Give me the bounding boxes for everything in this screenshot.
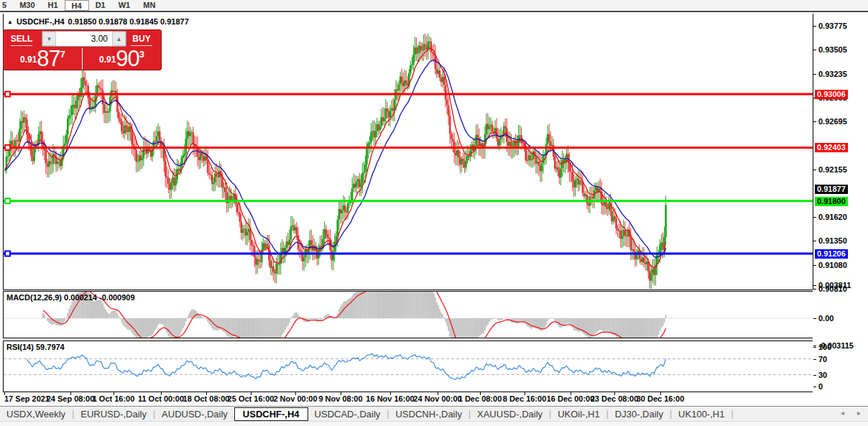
timeframe-toolbar: 5M30H1H4D1W1MN bbox=[0, 0, 868, 12]
tab-usdchf-h4[interactable]: USDCHF-,H4 bbox=[234, 407, 308, 421]
hline-handle[interactable] bbox=[5, 198, 10, 203]
sell-price-quote[interactable]: 0.91 87 7 bbox=[4, 48, 83, 70]
date-label: 30 Dec 16:00 bbox=[637, 394, 685, 403]
macd-label: MACD(12,26,9) 0.000214 -0.000909 bbox=[6, 293, 135, 302]
sell-price-big: 87 bbox=[37, 49, 60, 68]
price-tick bbox=[813, 241, 816, 241]
date-label: 17 Sep 2021 bbox=[4, 394, 50, 403]
tab-usdx-weekly[interactable]: USDX,Weekly bbox=[0, 408, 72, 420]
tab-xauusd-daily[interactable]: XAUUSD-,Daily bbox=[471, 408, 549, 420]
hline-handle[interactable] bbox=[5, 251, 10, 256]
price-tick-label: 0.91350 bbox=[818, 236, 847, 245]
tab-ukoil-h1[interactable]: UKOil-,H1 bbox=[551, 408, 606, 420]
timeframe-button-5[interactable]: 5 bbox=[0, 0, 13, 11]
hline-0.93006[interactable] bbox=[4, 92, 813, 97]
macd-tick bbox=[813, 318, 816, 319]
tab-usdcnh-daily[interactable]: USDCNH-,Daily bbox=[389, 408, 468, 420]
timeframe-button-d1[interactable]: D1 bbox=[89, 0, 112, 11]
rsi-panel[interactable]: RSI(14) 59.7974 bbox=[3, 341, 813, 392]
volume-spinner: ▼ ▲ bbox=[42, 31, 126, 47]
chart-tab-bar: USDX,Weekly|EURUSD-,Daily|AUDUSD-,DailyU… bbox=[0, 406, 868, 421]
buy-price-prefix: 0.91 bbox=[99, 55, 116, 65]
collapse-chart-icon[interactable]: ▲ bbox=[7, 19, 13, 25]
price-tick bbox=[813, 217, 816, 218]
price-tick bbox=[813, 74, 816, 75]
sell-button-label: SELL bbox=[11, 34, 33, 44]
timeframe-button-h1[interactable]: H1 bbox=[42, 0, 65, 11]
macd-tick bbox=[813, 346, 816, 346]
tab-separator: | bbox=[731, 409, 733, 419]
hline-handle[interactable] bbox=[5, 145, 10, 150]
tab-usdcad-daily[interactable]: USDCAD-,Daily bbox=[308, 408, 387, 420]
macd-name: MACD(12,26,9) bbox=[6, 293, 62, 302]
volume-increase-button[interactable]: ▲ bbox=[112, 32, 126, 46]
buy-price-sup: 3 bbox=[139, 49, 144, 60]
rsi-line[interactable] bbox=[27, 354, 665, 380]
tab-scroll-controls: ◂ ▸ bbox=[841, 409, 861, 417]
macd-signal-value: -0.000909 bbox=[99, 293, 135, 302]
one-click-trade-widget: SELL ▼ ▲ BUY 0.91 87 7 0.91 90 3 bbox=[3, 29, 162, 70]
date-label: 16 Nov 16:00 bbox=[366, 394, 414, 403]
price-tick-label: 0.91620 bbox=[818, 213, 847, 221]
rsi-tick-label: 70 bbox=[818, 355, 827, 364]
macd-panel[interactable]: MACD(12,26,9) 0.000214 -0.000909 bbox=[3, 291, 813, 338]
price-tick bbox=[813, 26, 816, 27]
sell-price-prefix: 0.91 bbox=[20, 55, 37, 65]
price-tick bbox=[813, 170, 816, 170]
tab-scroll-right-icon[interactable]: ▸ bbox=[857, 409, 861, 417]
date-label: 11 Oct 00:00 bbox=[138, 394, 184, 403]
rsi-tick bbox=[813, 359, 816, 360]
price-tick bbox=[813, 289, 816, 290]
hline-price-label: 0.91206 bbox=[815, 249, 848, 259]
price-tick-label: 0.92695 bbox=[818, 117, 847, 126]
date-label: 9 Nov 08:00 bbox=[318, 394, 362, 403]
date-label: 1 Dec 08:00 bbox=[458, 394, 502, 403]
buy-button[interactable]: BUY bbox=[126, 34, 157, 44]
timeframe-button-mn[interactable]: MN bbox=[137, 0, 162, 11]
rsi-label: RSI(14) 59.7974 bbox=[6, 343, 65, 351]
price-tick bbox=[813, 50, 816, 50]
mt4-window: 5M30H1H4D1W1MN ▲ USDCHF-,H4 0.91850 0.91… bbox=[0, 0, 868, 426]
ma-slow-line[interactable] bbox=[5, 60, 666, 257]
price-tick bbox=[813, 121, 816, 122]
current-price-label: 0.91877 bbox=[815, 185, 848, 194]
price-tick-label: 0.93505 bbox=[818, 45, 847, 54]
tab-scroll-left-icon[interactable]: ◂ bbox=[841, 409, 844, 417]
date-label: 24 Nov 00:00 bbox=[413, 394, 461, 403]
hline-handle[interactable] bbox=[5, 92, 10, 97]
rsi-tick-label: 30 bbox=[818, 371, 827, 379]
hline-price-label: 0.91800 bbox=[815, 197, 848, 206]
timeframe-button-w1[interactable]: W1 bbox=[112, 0, 137, 11]
hline-0.92403[interactable] bbox=[4, 145, 813, 150]
tab-eurusd-daily[interactable]: EURUSD-,Daily bbox=[74, 408, 153, 420]
price-tick-label: 0.93235 bbox=[818, 70, 847, 78]
rsi-tick-label: 100 bbox=[818, 343, 831, 351]
hline-price-label: 0.93006 bbox=[815, 90, 848, 99]
date-label: 23 Dec 08:00 bbox=[591, 394, 639, 403]
sell-button[interactable]: SELL bbox=[6, 34, 37, 44]
buy-price-quote[interactable]: 0.91 90 3 bbox=[83, 48, 161, 70]
rsi-tick bbox=[813, 347, 816, 348]
hline-0.91206[interactable] bbox=[4, 251, 813, 256]
price-tick-label: 0.91080 bbox=[818, 261, 847, 269]
tab-dj30-daily[interactable]: DJ30-,Daily bbox=[609, 408, 670, 420]
rsi-value: 59.7974 bbox=[36, 343, 65, 351]
price-axis-border bbox=[813, 14, 813, 290]
rsi-tick bbox=[813, 386, 816, 387]
date-label: 24 Sep 08:00 bbox=[47, 394, 95, 403]
hline-price-label: 0.92403 bbox=[815, 143, 848, 152]
tab-audusd-daily[interactable]: AUDUSD-,Daily bbox=[155, 408, 234, 420]
chart-header: ▲ USDCHF-,H4 0.91850 0.91878 0.91845 0.9… bbox=[7, 17, 189, 26]
timeframe-button-m30[interactable]: M30 bbox=[13, 0, 41, 11]
timeframe-button-h4[interactable]: H4 bbox=[65, 0, 89, 11]
sell-price-sup: 7 bbox=[60, 49, 65, 60]
tab-uk100-h1[interactable]: UK100-,H1 bbox=[672, 408, 731, 420]
hline-0.91800[interactable] bbox=[4, 198, 813, 203]
volume-input[interactable] bbox=[56, 32, 112, 46]
volume-decrease-button[interactable]: ▼ bbox=[42, 32, 56, 46]
date-label: 2 Nov 00:00 bbox=[273, 394, 317, 403]
macd-tick-label: 0.00 bbox=[818, 314, 834, 323]
rsi-chart[interactable] bbox=[4, 341, 813, 392]
macd-tick bbox=[813, 285, 816, 286]
price-tick bbox=[813, 265, 816, 266]
